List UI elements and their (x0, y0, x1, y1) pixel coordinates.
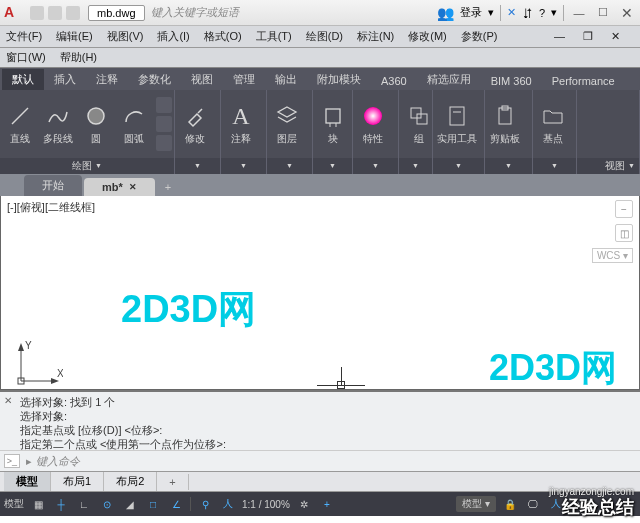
viewcube-area: − ◫ WCS ▾ (592, 200, 633, 263)
menu-tools[interactable]: 工具(T) (256, 29, 292, 44)
ribbon-tab-addins[interactable]: 附加模块 (307, 69, 371, 90)
infocenter-icon[interactable]: ⮃ (522, 7, 533, 19)
ribbon-tab-insert[interactable]: 插入 (44, 69, 86, 90)
dropdown-icon[interactable]: ▾ (551, 6, 557, 19)
properties-button[interactable]: 特性 (357, 102, 389, 146)
sb-dyn-icon[interactable]: + (318, 495, 336, 513)
ribbon-tab-a360[interactable]: A360 (371, 72, 417, 90)
exchange-icon[interactable]: ✕ (507, 6, 516, 19)
minimize-button[interactable]: — (570, 5, 588, 21)
sb-gear-icon[interactable]: ✲ (295, 495, 313, 513)
sb-anno-icon[interactable]: 人 (219, 495, 237, 513)
sb-monitor-icon[interactable]: 🖵 (524, 495, 542, 513)
mdi-close-button[interactable]: ✕ (611, 30, 620, 43)
sb-iso-icon[interactable]: ◢ (121, 495, 139, 513)
ribbon-tabs: 默认 插入 注释 参数化 视图 管理 输出 附加模块 A360 精选应用 BIM… (0, 68, 640, 90)
menu-parametric[interactable]: 参数(P) (461, 29, 498, 44)
qat-button[interactable] (66, 6, 80, 20)
sb-snap-icon[interactable]: ┼ (52, 495, 70, 513)
ribbon-tab-manage[interactable]: 管理 (223, 69, 265, 90)
mdi-minimize-button[interactable]: — (554, 30, 565, 43)
qat-button[interactable] (48, 6, 62, 20)
svg-text:Y: Y (25, 340, 32, 351)
menu-modify[interactable]: 修改(M) (408, 29, 447, 44)
sb-grid-icon[interactable]: ▦ (29, 495, 47, 513)
layer-button[interactable]: 图层 (271, 102, 303, 146)
sb-osnap-icon[interactable]: □ (144, 495, 162, 513)
clipboard-button[interactable]: 剪贴板 (489, 102, 521, 146)
ribbon-tab-annotate[interactable]: 注释 (86, 69, 128, 90)
layout-tab-add[interactable]: + (157, 474, 188, 490)
help-icon[interactable]: ? (539, 7, 545, 19)
menu-dimension[interactable]: 标注(N) (357, 29, 394, 44)
layout-tabs: 模型 布局1 布局2 + (0, 472, 640, 492)
viewport-label[interactable]: [-][俯视][二维线框] (7, 200, 95, 215)
menu-insert[interactable]: 插入(I) (157, 29, 189, 44)
command-prompt-icon: >_ (4, 454, 20, 468)
sb-polar-icon[interactable]: ⊙ (98, 495, 116, 513)
group-button[interactable]: 组 (403, 102, 435, 146)
ribbon-tab-view[interactable]: 视图 (181, 69, 223, 90)
layout-tab-2[interactable]: 布局2 (104, 472, 157, 491)
utilities-button[interactable]: 实用工具 (437, 102, 477, 146)
ribbon-tab-performance[interactable]: Performance (542, 72, 625, 90)
sb-lock-icon[interactable]: 🔒 (501, 495, 519, 513)
annotate-button[interactable]: A注释 (225, 102, 257, 146)
doc-tab-current[interactable]: mb*✕ (84, 178, 155, 196)
ribbon-panel-layer: 图层 ▼ (267, 90, 313, 174)
group-icon (405, 102, 433, 130)
sb-scale-label[interactable]: 1:1 / 100% (242, 499, 290, 510)
close-icon[interactable]: ✕ (4, 394, 12, 408)
ribbon-tab-default[interactable]: 默认 (2, 69, 44, 90)
sb-lwt-icon[interactable]: ⚲ (196, 495, 214, 513)
line-button[interactable]: 直线 (4, 102, 36, 146)
login-button[interactable]: 登录 (460, 5, 482, 20)
menu-draw[interactable]: 绘图(D) (306, 29, 343, 44)
close-tab-icon[interactable]: ✕ (129, 182, 137, 192)
menu-format[interactable]: 格式(O) (204, 29, 242, 44)
menu-help[interactable]: 帮助(H) (60, 50, 97, 65)
menu-view[interactable]: 视图(V) (107, 29, 144, 44)
wcs-label[interactable]: WCS ▾ (592, 248, 633, 263)
layout-tab-model[interactable]: 模型 (4, 472, 51, 491)
drawing-area[interactable]: [-][俯视][二维线框] − ◫ WCS ▾ 2D3D网 2D3D网 Y X (0, 196, 640, 390)
sb-model-button[interactable]: 模型 (4, 495, 24, 513)
menu-file[interactable]: 文件(F) (6, 29, 42, 44)
base-button[interactable]: 基点 (537, 102, 569, 146)
viewcube-icon[interactable]: ◫ (615, 224, 633, 242)
doc-tab-start[interactable]: 开始 (24, 175, 82, 196)
maximize-button[interactable]: ☐ (594, 5, 612, 21)
circle-button[interactable]: 圆 (80, 102, 112, 146)
circle-icon (82, 102, 110, 130)
arc-button[interactable]: 圆弧 (118, 102, 150, 146)
overlay-text: 经验总结 (562, 495, 634, 519)
nav-minus-icon[interactable]: − (615, 200, 633, 218)
chevron-down-icon[interactable]: ▼ (95, 158, 102, 174)
search-placeholder[interactable]: 键入关键字或短语 (151, 5, 239, 20)
menu-edit[interactable]: 编辑(E) (56, 29, 93, 44)
polyline-button[interactable]: 多段线 (42, 102, 74, 146)
sb-ortho-icon[interactable]: ∟ (75, 495, 93, 513)
qat-button[interactable] (30, 6, 44, 20)
block-button[interactable]: 块 (317, 102, 349, 146)
doc-tab-add[interactable]: + (157, 178, 179, 196)
sb-otrack-icon[interactable]: ∠ (167, 495, 185, 513)
modify-button[interactable]: 修改 (179, 102, 211, 146)
close-button[interactable]: ✕ (618, 5, 636, 21)
menu-window[interactable]: 窗口(W) (6, 50, 46, 65)
command-input[interactable]: >_ ▸ 键入命令 (0, 450, 640, 472)
ribbon-tab-output[interactable]: 输出 (265, 69, 307, 90)
folder-icon (539, 102, 567, 130)
ribbon-tab-parametric[interactable]: 参数化 (128, 69, 181, 90)
divider (500, 5, 501, 21)
layout-tab-1[interactable]: 布局1 (51, 472, 104, 491)
cmd-line: 选择对象: (20, 409, 634, 423)
mdi-restore-button[interactable]: ❐ (583, 30, 593, 43)
sb-model-combo[interactable]: 模型 ▾ (456, 496, 496, 512)
ribbon-tab-featured[interactable]: 精选应用 (417, 69, 481, 90)
ribbon-tab-bim360[interactable]: BIM 360 (481, 72, 542, 90)
ribbon-panel-draw: 直线 多段线 圆 圆弧 绘图▼ (0, 90, 175, 174)
status-bar: 模型 ▦ ┼ ∟ ⊙ ◢ □ ∠ ⚲ 人 1:1 / 100% ✲ + 模型 ▾… (0, 492, 640, 516)
dropdown-icon[interactable]: ▾ (488, 6, 494, 19)
draw-more[interactable] (156, 97, 172, 151)
